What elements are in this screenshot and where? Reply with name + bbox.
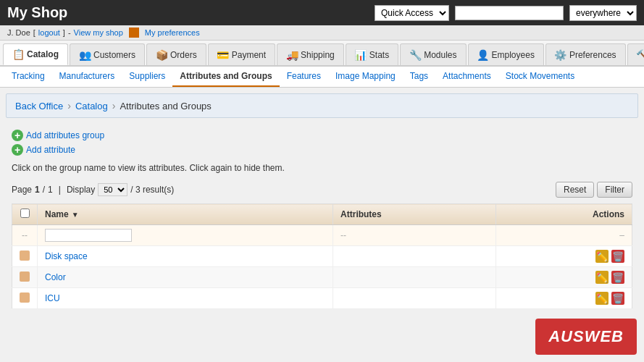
sub-nav-image-mapping[interactable]: Image Mapping (328, 67, 403, 87)
sub-nav-tracking[interactable]: Tracking (4, 67, 52, 87)
filter-action-cell: – (495, 225, 632, 246)
filter-check-cell: -- (12, 225, 38, 246)
nav-label-catalog: Catalog (27, 49, 59, 59)
info-text: Click on the group name to view its attr… (12, 163, 632, 173)
watermark: AUSWEB (535, 319, 637, 355)
filter-name-cell (38, 225, 333, 246)
view-shop-link[interactable]: View my shop (74, 28, 123, 37)
username-label: J. Doe (7, 28, 30, 37)
table-row: ICU ✏️ 🗑️ (12, 288, 632, 309)
col-checkbox (12, 204, 38, 225)
breadcrumb-catalog[interactable]: Catalog (75, 101, 108, 111)
nav-icon-payment: 💳 (217, 49, 229, 61)
nav-label-preferences: Preferences (569, 50, 616, 60)
shop-title: My Shop (7, 4, 67, 21)
row-checkbox-cell (12, 288, 38, 309)
add-group-label: Add attributes group (26, 130, 104, 140)
reset-button[interactable]: Reset (556, 182, 594, 198)
content: + Add attributes group + Add attribute C… (0, 124, 644, 315)
row-name-cell: Color (38, 267, 333, 288)
nav-tab-customers[interactable]: 👥Customers (70, 43, 145, 65)
nav-tab-shipping[interactable]: 🚚Shipping (277, 43, 344, 65)
nav-icon-catalog: 📋 (12, 49, 24, 60)
row-color-box (20, 272, 30, 282)
current-page: 1 (35, 185, 40, 195)
nav-tab-tools[interactable]: 🔨Tools (627, 43, 644, 65)
pipe-sep: | (59, 185, 61, 195)
nav-tab-modules[interactable]: 🔧Modules (400, 43, 466, 65)
breadcrumb-bar: Back Office › Catalog › Attributes and G… (6, 93, 638, 118)
nav-label-shipping: Shipping (301, 50, 335, 60)
page-label: Page (12, 185, 32, 195)
sub-nav-features[interactable]: Features (280, 67, 328, 87)
nav-icon-employees: 👤 (477, 49, 489, 61)
nav-icon-stats: 📊 (355, 49, 367, 61)
row-actions-cell: ✏️ 🗑️ (495, 267, 632, 288)
sub-nav: TrackingManufacturersSuppliersAttributes… (0, 67, 644, 88)
logout-link[interactable]: logout (38, 28, 60, 37)
table-row: Disk space ✏️ 🗑️ (12, 246, 632, 267)
edit-button[interactable]: ✏️ (595, 271, 609, 284)
nav-tab-payment[interactable]: 💳Payment (208, 43, 275, 65)
add-attribute-icon: + (12, 144, 23, 156)
filter-button[interactable]: Filter (597, 182, 632, 198)
add-group-icon: + (12, 130, 23, 141)
sub-nav-attachments[interactable]: Attachments (435, 67, 498, 87)
add-group-link[interactable]: + Add attributes group (12, 130, 632, 141)
pagination-buttons: Reset Filter (556, 182, 632, 198)
nav-tab-employees[interactable]: 👤Employees (468, 43, 544, 65)
nav-icon-orders: 📦 (156, 49, 167, 61)
sub-nav-stock-movements[interactable]: Stock Movements (498, 67, 582, 87)
select-all-checkbox[interactable] (20, 209, 30, 218)
breadcrumb-current: Attributes and Groups (120, 101, 211, 111)
main-nav: 📋Catalog👥Customers📦Orders💳Payment🚚Shippi… (0, 41, 644, 67)
sort-icon[interactable]: ▼ (72, 211, 79, 219)
everywhere-select[interactable]: everywhere (569, 5, 637, 21)
row-attributes-cell (333, 267, 496, 288)
sub-nav-attributes-and-groups[interactable]: Attributes and Groups (172, 67, 279, 87)
search-input[interactable] (455, 6, 564, 20)
breadcrumb-sep-2: › (112, 100, 116, 111)
row-name-cell: ICU (38, 288, 333, 309)
nav-icon-shipping: 🚚 (286, 49, 298, 61)
nav-tab-orders[interactable]: 📦Orders (146, 43, 206, 65)
nav-label-employees: Employees (492, 50, 535, 60)
nav-tab-catalog[interactable]: 📋Catalog (3, 43, 68, 65)
row-checkbox-cell (12, 267, 38, 288)
nav-tab-preferences[interactable]: ⚙️Preferences (545, 43, 626, 65)
col-name: Name ▼ (38, 204, 333, 225)
nav-label-modules: Modules (424, 50, 456, 60)
display-select[interactable]: 50 (98, 183, 127, 196)
nav-icon-modules: 🔧 (409, 49, 421, 61)
nav-label-payment: Payment (232, 50, 266, 60)
delete-button[interactable]: 🗑️ (611, 271, 624, 284)
edit-button[interactable]: ✏️ (595, 292, 609, 305)
edit-button[interactable]: ✏️ (595, 250, 609, 263)
name-filter-input[interactable] (45, 229, 132, 242)
quick-access-select[interactable]: Quick Access (375, 5, 449, 21)
display-label: Display (67, 185, 95, 195)
page-sep: / (43, 185, 45, 195)
sub-nav-manufacturers[interactable]: Manufacturers (52, 67, 122, 87)
row-name-cell: Disk space (38, 246, 333, 267)
nav-tab-stats[interactable]: 📊Stats (346, 43, 398, 65)
nav-label-orders: Orders (170, 50, 197, 60)
row-color-box (20, 251, 30, 261)
bracket-open: [ (33, 28, 35, 37)
table-body: -- -- – Disk space ✏️ 🗑️ (12, 225, 632, 309)
row-actions-cell: ✏️ 🗑️ (495, 288, 632, 309)
separator: - (68, 28, 71, 37)
sub-nav-tags[interactable]: Tags (403, 67, 435, 87)
delete-button[interactable]: 🗑️ (611, 250, 624, 263)
add-attribute-label: Add attribute (26, 145, 75, 155)
user-icon (129, 28, 139, 38)
sub-nav-suppliers[interactable]: Suppliers (122, 67, 172, 87)
nav-label-stats: Stats (369, 50, 389, 60)
breadcrumb-backoffice[interactable]: Back Office (15, 101, 63, 111)
add-attribute-link[interactable]: + Add attribute (12, 144, 632, 156)
quick-access-wrapper: Quick Access (375, 5, 449, 21)
header-right: Quick Access everywhere (375, 5, 637, 21)
nav-icon-tools: 🔨 (637, 49, 644, 61)
delete-button[interactable]: 🗑️ (611, 292, 624, 305)
preferences-link[interactable]: My preferences (145, 28, 200, 37)
